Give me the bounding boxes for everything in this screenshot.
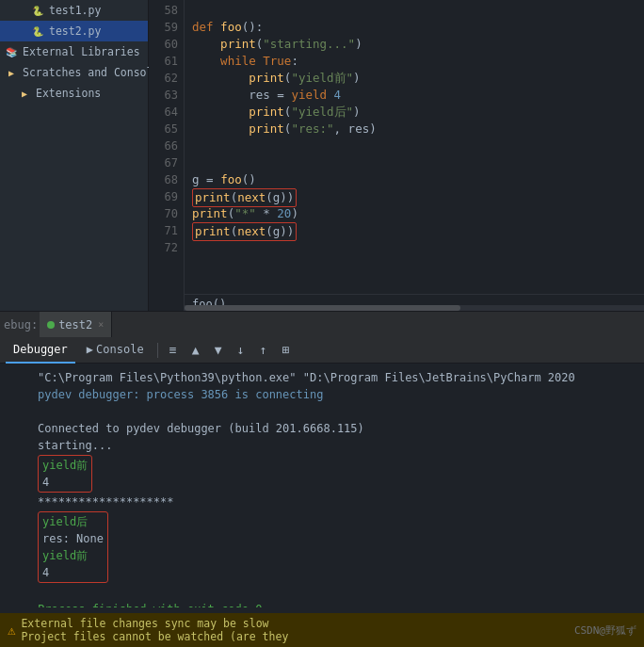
sidebar: 🐍 test1.py 🐍 test2.py 📚 External Librari… bbox=[0, 0, 149, 311]
console-highlight-block-2: yield后 res: None yield前 4 bbox=[38, 511, 108, 583]
code-line-67 bbox=[192, 154, 636, 171]
code-line-71: print(next(g)) bbox=[192, 222, 636, 239]
line-numbers: 58 59 60 61 62 63 64 65 66 67 68 69 70 7… bbox=[149, 0, 185, 311]
debug-tab-name: test2 bbox=[58, 318, 92, 332]
sidebar-item-label: Scratches and Console bbox=[23, 66, 159, 79]
tab-debugger-label: Debugger bbox=[13, 343, 68, 356]
code-line-72 bbox=[192, 239, 636, 256]
tab-close-button[interactable]: × bbox=[98, 319, 104, 330]
code-line-70: print("*" * 20) bbox=[192, 205, 636, 222]
code-line-66 bbox=[192, 137, 636, 154]
console-line-yield-hou: yield后 bbox=[42, 513, 104, 530]
toolbar-btn-step2[interactable]: ↑ bbox=[254, 341, 273, 360]
notification-bar: ⚠ External file changes sync may be slow… bbox=[0, 613, 644, 647]
toolbar-separator bbox=[157, 343, 158, 358]
sidebar-item-label: External Libraries bbox=[23, 45, 140, 58]
debug-status-dot bbox=[47, 321, 55, 329]
console-line-connect: Connected to pydev debugger (build 201.6… bbox=[38, 420, 636, 437]
warning-icon: ⚠ bbox=[8, 623, 15, 638]
code-line-62: print("yield前") bbox=[192, 70, 636, 87]
tab-console-icon: ▶ bbox=[87, 343, 93, 356]
console-line-debug: pydev debugger: process 3856 is connecti… bbox=[38, 386, 636, 403]
code-line-61: while True: bbox=[192, 53, 636, 70]
code-line-63: res = yield 4 bbox=[192, 87, 636, 104]
toolbar-btn-down[interactable]: ▼ bbox=[209, 341, 228, 360]
console-line-yield-qian2: yield前 bbox=[42, 547, 104, 564]
tab-debugger[interactable]: Debugger bbox=[6, 337, 75, 364]
console-line-res-none: res: None bbox=[42, 530, 104, 547]
code-editor: 58 59 60 61 62 63 64 65 66 67 68 69 70 7… bbox=[149, 0, 644, 311]
toolbar-btn-layout[interactable]: ⊞ bbox=[277, 341, 296, 360]
toolbar-btn-up[interactable]: ▲ bbox=[186, 341, 205, 360]
toolbar-btn-step[interactable]: ↓ bbox=[232, 341, 250, 360]
sidebar-item-test1[interactable]: 🐍 test1.py bbox=[0, 0, 148, 21]
code-line-58 bbox=[192, 2, 636, 19]
sidebar-item-extensions[interactable]: ▶ Extensions bbox=[0, 83, 148, 104]
folder-icon: ▶ bbox=[4, 65, 19, 80]
notification-content: External file changes sync may be slow P… bbox=[21, 617, 288, 643]
sidebar-item-scratches[interactable]: ▶ Scratches and Console bbox=[0, 62, 148, 83]
debug-label: ebug: bbox=[4, 318, 38, 332]
console-toolbar: Debugger ▶ Console ≡ ▲ ▼ ↓ ↑ ⊞ bbox=[0, 337, 644, 364]
code-line-64: print("yield后") bbox=[192, 104, 636, 121]
notification-main-text: External file changes sync may be slow bbox=[21, 617, 288, 630]
debug-tabbar: ebug: test2 × bbox=[0, 311, 644, 337]
watermark: CSDN@野狐ず bbox=[574, 623, 636, 638]
code-line-69: print(next(g)) bbox=[192, 188, 636, 205]
console-line-process-finished: Process finished with exit code 0 bbox=[38, 601, 636, 607]
sidebar-item-external-libraries[interactable]: 📚 External Libraries bbox=[0, 41, 148, 62]
debug-tab-test2[interactable]: test2 × bbox=[40, 312, 112, 338]
console-line-stars: ******************** bbox=[38, 493, 636, 510]
console-line-starting: starting... bbox=[38, 437, 636, 454]
console-line-blank1 bbox=[38, 403, 636, 420]
console-highlight-block-1: yield前 4 bbox=[38, 455, 92, 493]
code-line-65: print("res:", res) bbox=[192, 121, 636, 137]
code-content[interactable]: def foo(): print("starting...") while Tr… bbox=[185, 0, 644, 311]
tab-console-label: Console bbox=[96, 343, 144, 356]
python-file-icon: 🐍 bbox=[30, 24, 45, 39]
notification-sub-text: Project files cannot be watched (are the… bbox=[21, 630, 288, 643]
console-line-blank2 bbox=[38, 584, 636, 601]
console-line-4-first: 4 bbox=[42, 474, 88, 491]
tab-console[interactable]: ▶ Console bbox=[79, 337, 152, 364]
console-line-path: "C:\Program Files\Python39\python.exe" "… bbox=[38, 369, 636, 386]
python-file-icon: 🐍 bbox=[30, 3, 45, 18]
console-line-4-second: 4 bbox=[42, 564, 104, 581]
sidebar-item-label: Extensions bbox=[36, 87, 101, 100]
sidebar-item-label: test2.py bbox=[49, 24, 101, 38]
code-line-59: def foo(): bbox=[192, 19, 636, 36]
folder-icon: ▶ bbox=[17, 86, 32, 101]
toolbar-btn-menu[interactable]: ≡ bbox=[164, 341, 183, 360]
code-line-60: print("starting...") bbox=[192, 36, 636, 53]
console-line-yield-qian: yield前 bbox=[42, 457, 88, 474]
sidebar-item-label: test1.py bbox=[49, 4, 101, 17]
library-icon: 📚 bbox=[4, 44, 19, 59]
sidebar-item-test2[interactable]: 🐍 test2.py bbox=[0, 21, 148, 41]
console-output[interactable]: "C:\Program Files\Python39\python.exe" "… bbox=[0, 364, 644, 607]
code-line-68: g = foo() bbox=[192, 171, 636, 188]
